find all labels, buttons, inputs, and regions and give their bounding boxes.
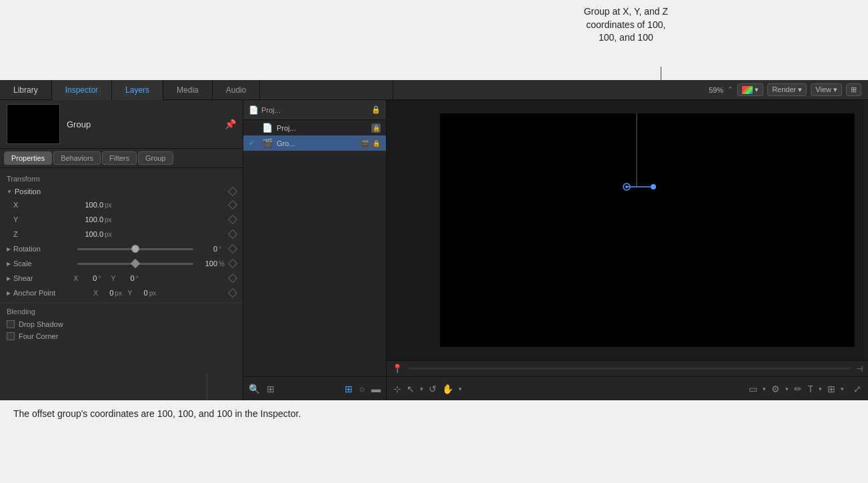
tab-media[interactable]: Media xyxy=(163,80,213,100)
rotate-tool-btn[interactable]: ↺ xyxy=(429,384,437,394)
shape-btn[interactable]: ⊞ xyxy=(827,384,835,394)
rotation-value[interactable]: 0 xyxy=(197,245,217,253)
subtab-group[interactable]: Group xyxy=(138,151,173,165)
color-btn[interactable]: ▾ xyxy=(737,83,763,96)
layer-group-badge-2: 🔒 xyxy=(371,139,381,148)
transform-tool-btn[interactable]: ⊹ xyxy=(393,384,401,394)
scale-slider-thumb[interactable] xyxy=(131,259,140,268)
top-bar: Library Inspector Layers Media Audio 59%… xyxy=(0,80,868,100)
shear-keyframe[interactable] xyxy=(228,274,237,283)
layer-proj-badges: 🔒 xyxy=(371,123,381,133)
shear-x-value[interactable]: 0 xyxy=(80,274,97,282)
rotation-triangle-icon: ▶ xyxy=(7,246,11,252)
layers-bottom-toolbar: 🔍 ⊞ ⊞ ○ ▬ xyxy=(243,376,386,400)
mask-btn[interactable]: ⚙ xyxy=(771,384,780,394)
position-z-keyframe[interactable] xyxy=(228,229,237,239)
position-z-value[interactable]: 100.0 xyxy=(73,230,103,238)
color-dropdown-icon: ▾ xyxy=(755,85,759,94)
canvas-scrollbar[interactable] xyxy=(863,100,868,360)
layers-search-btn[interactable]: 🔍 xyxy=(249,384,260,394)
scale-slider-track[interactable] xyxy=(77,263,193,265)
timeline-pin-icon: 📍 xyxy=(392,364,403,374)
timeline-track[interactable] xyxy=(408,368,851,370)
zoom-icon: ⌃ xyxy=(727,85,733,94)
mask-dropdown-icon[interactable]: ▾ xyxy=(785,386,789,392)
position-z-unit: px xyxy=(105,231,115,238)
position-y-value[interactable]: 100.0 xyxy=(73,215,103,223)
pin-icon[interactable]: 📌 xyxy=(225,119,236,129)
properties-panel: Transform ▼ Position X 100.0 px Y xyxy=(0,168,243,400)
view-btn[interactable]: View ▾ xyxy=(811,83,842,96)
left-panel: Group 📌 Properties Behaviors Filters Gro… xyxy=(0,100,243,400)
zoom-level: 59% xyxy=(709,86,723,94)
rect-dropdown-icon[interactable]: ▾ xyxy=(763,386,766,392)
shear-x-label: X xyxy=(73,274,78,282)
preview-thumbnail xyxy=(7,104,60,144)
rotation-label: Rotation xyxy=(13,245,73,253)
position-z-row: Z 100.0 px xyxy=(0,227,243,242)
position-y-keyframe[interactable] xyxy=(228,215,237,224)
layer-group-check: ✓ xyxy=(249,139,258,147)
rotation-slider-track[interactable] xyxy=(77,248,193,250)
expand-btn[interactable]: ⤢ xyxy=(853,384,861,394)
shear-y-value[interactable]: 0 xyxy=(118,274,135,282)
anchor-y-label: Y xyxy=(127,289,132,297)
subtab-filters[interactable]: Filters xyxy=(102,151,137,165)
scale-label: Scale xyxy=(13,260,73,268)
anchor-triangle-icon: ▶ xyxy=(7,290,11,296)
anchor-x-value[interactable]: 0 xyxy=(100,289,113,297)
position-x-unit: px xyxy=(105,201,115,209)
layers-circle-btn[interactable]: ○ xyxy=(359,384,365,394)
tab-layers[interactable]: Layers xyxy=(112,80,163,100)
shear-y-unit: ° xyxy=(136,275,147,282)
scale-keyframe[interactable] xyxy=(228,259,237,268)
four-corner-checkbox[interactable] xyxy=(7,332,15,340)
select-tool-btn[interactable]: ↖ xyxy=(407,384,415,394)
position-keyframe[interactable] xyxy=(228,187,237,196)
layers-empty-space xyxy=(243,151,386,376)
tab-library[interactable]: Library xyxy=(0,80,52,100)
timeline-end-icon: ⊣ xyxy=(856,364,863,374)
anchor-keyframe[interactable] xyxy=(228,288,237,298)
inspector-header: Group 📌 xyxy=(0,100,243,149)
layers-rect-btn[interactable]: ▬ xyxy=(371,384,381,394)
layer-item-proj[interactable]: 📄 Proj... 🔒 xyxy=(243,120,386,135)
select-dropdown-icon[interactable]: ▾ xyxy=(420,386,423,392)
svg-point-4 xyxy=(651,184,656,189)
layers-add-btn[interactable]: ⊞ xyxy=(267,384,275,394)
position-y-label: Y xyxy=(13,215,73,223)
anchor-y-value[interactable]: 0 xyxy=(135,289,148,297)
scale-value[interactable]: 100 xyxy=(197,260,217,268)
annotation-top-text: Group at X, Y, and Z coordinates of 100,… xyxy=(584,5,668,45)
text-dropdown-icon[interactable]: ▾ xyxy=(819,386,822,392)
layer-item-group[interactable]: ✓ 🎬 Gro... 🎬 🔒 xyxy=(243,135,386,151)
drop-shadow-checkbox[interactable] xyxy=(7,320,15,328)
rect-select-btn[interactable]: ▭ xyxy=(749,384,757,394)
shape-dropdown-icon[interactable]: ▾ xyxy=(841,386,844,392)
move-dropdown-icon[interactable]: ▾ xyxy=(459,386,462,392)
render-btn[interactable]: Render ▾ xyxy=(767,83,807,96)
shear-label: Shear xyxy=(13,274,73,282)
annotation-bottom-line xyxy=(207,374,207,400)
canvas-area: 📍 ⊣ ⊹ ↖ ▾ ↺ ✋ ▾ ▭ ▾ ⚙ ▾ ✏ T ▾ xyxy=(387,100,868,400)
move-tool-btn[interactable]: ✋ xyxy=(442,384,453,394)
divider-1 xyxy=(0,302,243,303)
scale-row: ▶ Scale 100 % xyxy=(0,256,243,271)
drop-shadow-row: Drop Shadow xyxy=(0,318,243,330)
rotation-slider-thumb[interactable] xyxy=(131,245,139,253)
pen-btn[interactable]: ✏ xyxy=(794,384,802,394)
layers-grid-btn[interactable]: ⊞ xyxy=(345,384,353,394)
position-y-unit: px xyxy=(105,216,115,223)
position-x-keyframe[interactable] xyxy=(228,200,237,209)
window-btn[interactable]: ⊞ xyxy=(846,83,861,96)
tab-inspector[interactable]: Inspector xyxy=(52,80,112,100)
rotation-keyframe[interactable] xyxy=(228,244,237,254)
tab-audio[interactable]: Audio xyxy=(213,80,261,100)
position-x-value[interactable]: 100.0 xyxy=(73,201,103,209)
subtab-behaviors[interactable]: Behaviors xyxy=(53,151,101,165)
text-btn[interactable]: T xyxy=(807,384,813,394)
position-group-toggle[interactable]: ▼ Position xyxy=(0,185,243,197)
position-z-label: Z xyxy=(13,230,73,238)
color-swatch xyxy=(742,86,753,94)
subtab-properties[interactable]: Properties xyxy=(4,151,52,165)
